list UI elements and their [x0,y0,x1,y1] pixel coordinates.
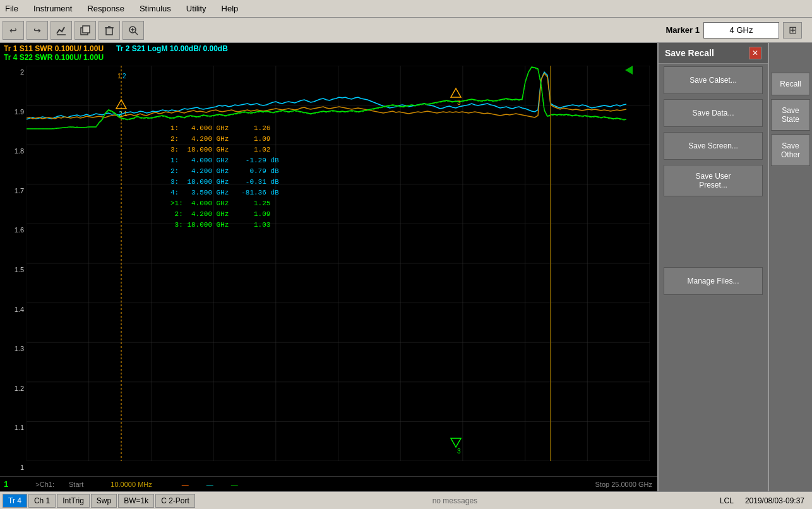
right-marker [625,66,633,75]
marker-data-cyan: 1: 4.000 GHz -1.29 dB 2: 4.200 GHz 0.79 … [170,155,279,198]
marker1-num: 1 [117,73,121,80]
right-side-tabs: Recall Save State Save Other [768,43,812,491]
trace1-label: Tr 1 S11 SWR 0.100U/ 1.00U [4,44,104,53]
status-inttrig[interactable]: IntTrig [57,494,90,508]
start-value: 10.0000 MHz [110,481,152,488]
marker3-bottom-triangle: 3 [451,438,461,455]
marker-data: 1: 4.000 GHz 1.26 2: 4.200 GHz 1.09 3: 1… [170,123,279,231]
main-content: Tr 1 S11 SWR 0.100U/ 1.00U Tr 2 S21 LogM… [0,43,812,491]
marker-data-green: >1: 4.000 GHz 1.25 2: 4.200 GHz 1.09 3: … [170,198,279,231]
status-time: 2019/08/03-09:37 [740,495,809,506]
grid-lines [27,66,650,461]
chart-area: Tr 1 S11 SWR 0.100U/ 1.00U Tr 2 S21 LogM… [0,43,657,491]
zoom-button[interactable] [122,21,144,40]
toolbar: ↩ ↪ Marker 1 ⊞ [0,18,812,43]
save-other-tab[interactable]: Save Other [771,135,810,166]
svg-text:2: 2 [119,111,122,117]
svg-text:1: 1 [124,111,128,117]
manage-files-button[interactable]: Manage Files... [664,267,763,295]
status-bw[interactable]: BW=1k [118,494,154,508]
status-ch1[interactable]: Ch 1 [28,494,56,508]
copy-button[interactable] [75,21,96,40]
svg-text:3: 3 [457,448,461,455]
autoscale-button[interactable] [51,21,72,40]
chart-canvas[interactable]: 2 1.9 1.8 1.7 1.6 1.5 1.4 1.3 1.2 1.1 1 [0,63,657,476]
menubar: File Instrument Response Stimulus Utilit… [0,0,812,18]
save-user-preset-button[interactable]: Save User Preset... [664,165,763,196]
undo-button[interactable]: ↩ [3,21,24,40]
menu-utility[interactable]: Utility [184,3,209,15]
trace4-label: Tr 4 S22 SWR 0.100U/ 1.00U [4,53,104,62]
panel-close-button[interactable]: ✕ [749,47,761,59]
marker-grid-button[interactable]: ⊞ [783,22,802,39]
trace2-label: Tr 2 S21 LogM 10.00dB/ 0.00dB [116,44,228,53]
right-panel: Save Recall ✕ Save Calset... Save Data..… [657,43,812,491]
menu-file[interactable]: File [3,3,21,15]
save-screen-button[interactable]: Save Screen... [664,132,763,160]
menu-help[interactable]: Help [219,3,241,15]
svg-text:3: 3 [457,99,461,106]
panel-title-text: Save Recall [665,48,714,58]
statusbar: Tr 4 Ch 1 IntTrig Swp BW=1k C 2-Port no … [0,491,812,509]
stop-label: Stop 25.0000 GHz [595,481,652,488]
delete-button[interactable] [99,21,120,40]
status-swp[interactable]: Swp [91,494,117,508]
status-port[interactable]: C 2-Port [155,494,195,508]
marker-section: Marker 1 ⊞ [666,22,802,39]
svg-line-7 [135,32,138,35]
save-state-tab[interactable]: Save State [771,99,810,131]
menu-response[interactable]: Response [85,3,127,15]
marker-label: Marker 1 [666,25,700,35]
marker-value-input[interactable] [703,22,779,39]
redo-button[interactable]: ↪ [27,21,48,40]
marker-data-orange: 1: 4.000 GHz 1.26 2: 4.200 GHz 1.09 3: 1… [170,123,279,155]
status-lcl: LCL [715,495,739,506]
marker12-num: 2 [122,73,126,80]
recall-tab[interactable]: Recall [771,73,810,95]
menu-instrument[interactable]: Instrument [31,3,75,15]
chart-svg: 1 2 3 3 1 2 [27,66,650,461]
start-label: Start [69,481,83,488]
status-tr4[interactable]: Tr 4 [3,494,27,508]
trace-s22 [27,67,626,129]
trace-labels: Tr 1 S11 SWR 0.100U/ 1.00U Tr 2 S21 LogM… [0,43,657,63]
stop-value: 25.0000 GHz [611,481,652,488]
ch1-label: >Ch1: [35,481,56,488]
status-message: no messages [196,496,713,505]
y-axis: 2 1.9 1.8 1.7 1.6 1.5 1.4 1.3 1.2 1.1 1 [0,63,25,476]
svg-rect-3 [106,28,112,35]
save-calset-button[interactable]: Save Calset... [664,66,763,94]
svg-marker-36 [451,88,461,97]
menu-stimulus[interactable]: Stimulus [137,3,174,15]
svg-marker-38 [451,438,461,447]
panel-title: Save Recall ✕ [659,43,768,64]
channel-num: 1 [4,479,8,489]
marker3-triangle: 3 [451,88,461,106]
save-data-button[interactable]: Save Data... [664,99,763,127]
svg-rect-2 [83,26,90,33]
channel-bar: 1 >Ch1: Start 10.0000 MHz — — — Stop 25.… [0,476,657,491]
